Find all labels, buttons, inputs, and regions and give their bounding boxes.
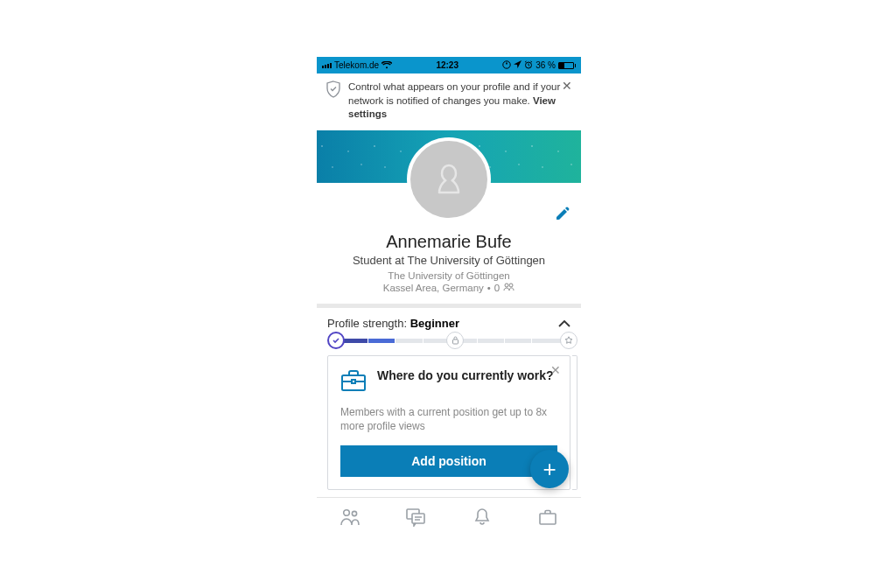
strength-label: Profile strength:	[327, 317, 407, 330]
person-icon	[430, 160, 468, 199]
battery-icon	[558, 62, 576, 69]
avatar[interactable]	[407, 137, 491, 221]
briefcase-icon	[340, 368, 367, 395]
nav-network[interactable]	[332, 500, 368, 535]
edit-profile-button[interactable]	[555, 206, 570, 225]
profile-name: Annemarie Bufe	[326, 232, 572, 252]
carrier-label: Telekom.de	[334, 60, 379, 70]
phone-frame: Telekom.de 12:23 36 %	[317, 57, 581, 537]
battery-pct: 36 %	[536, 60, 556, 70]
signal-icon	[322, 63, 332, 68]
svg-point-3	[509, 284, 513, 287]
next-card-peek[interactable]	[572, 355, 578, 490]
nav-notifications[interactable]	[465, 500, 500, 535]
card-close-button[interactable]: ✕	[550, 363, 561, 377]
strength-level: Beginner	[410, 317, 459, 330]
clock: 12:23	[436, 60, 458, 70]
banner-text: Control what appears on your profile and…	[348, 80, 572, 122]
add-fab[interactable]: +	[530, 450, 569, 488]
bottom-nav	[317, 497, 581, 537]
nav-messaging[interactable]	[398, 500, 433, 535]
lock-icon	[452, 336, 459, 345]
profile-strength-section: Profile strength: Beginner	[317, 308, 581, 346]
banner-close-button[interactable]: ✕	[562, 79, 572, 93]
shield-icon	[326, 80, 341, 102]
nav-jobs[interactable]	[530, 500, 565, 535]
svg-point-8	[352, 512, 356, 516]
svg-rect-4	[452, 340, 458, 344]
location-arrow-icon	[514, 60, 522, 70]
wifi-icon	[382, 60, 392, 71]
svg-rect-6	[352, 380, 355, 383]
connection-count: 0	[494, 283, 500, 293]
chat-icon	[405, 508, 426, 527]
collapse-button[interactable]	[558, 317, 570, 330]
people-icon	[340, 508, 360, 527]
svg-point-7	[343, 510, 349, 516]
strength-meter	[327, 339, 570, 343]
card-subtext: Members with a current position get up t…	[340, 405, 557, 433]
compass-icon	[502, 60, 511, 71]
profile-info: Annemarie Bufe Student at The University…	[317, 225, 581, 304]
svg-rect-11	[540, 514, 556, 524]
svg-rect-10	[412, 514, 424, 523]
profile-headline: Student at The University of Göttingen	[326, 254, 572, 267]
status-bar: Telekom.de 12:23 36 %	[317, 57, 581, 74]
card-question: Where do you currently work?	[377, 368, 553, 384]
svg-point-2	[505, 284, 508, 287]
profile-hero	[317, 130, 581, 225]
plus-icon: +	[542, 458, 556, 480]
briefcase-nav-icon	[538, 508, 557, 526]
privacy-banner: Control what appears on your profile and…	[317, 74, 581, 130]
bell-icon	[473, 508, 491, 527]
add-position-button[interactable]: Add position	[340, 445, 557, 477]
profile-location: Kassel Area, Germany	[383, 283, 484, 293]
profile-school: The University of Göttingen	[326, 270, 572, 281]
connections-icon	[503, 283, 514, 293]
alarm-icon	[524, 60, 533, 71]
star-icon	[564, 336, 573, 345]
